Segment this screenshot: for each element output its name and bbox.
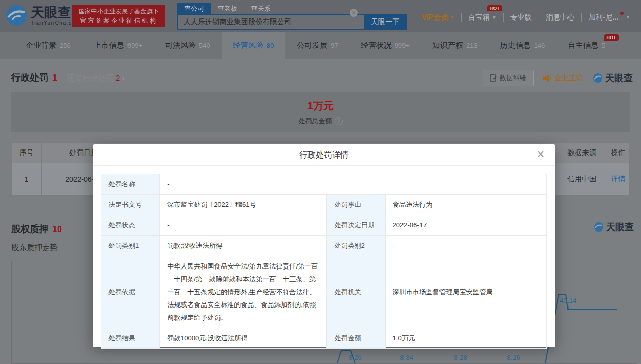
tab-经营风险[interactable]: 经营风险80 (222, 32, 285, 59)
search-button[interactable]: 天眼一下 (364, 14, 407, 30)
header-nav-item-1[interactable]: VIP会员▼ (415, 13, 461, 22)
tab-经营状况[interactable]: 经营状况999+ (350, 32, 421, 59)
detail-value: - (160, 215, 327, 236)
search-tab-3[interactable]: 查关系 (244, 3, 278, 14)
pledge-count: 10 (52, 225, 62, 234)
detail-row: 处罚名称- (101, 174, 547, 195)
penalty-table-header-cell: 操作 (607, 143, 630, 163)
tab-count: 5 (601, 42, 605, 49)
tianyancha-eye-icon (594, 222, 604, 232)
document-icon (490, 74, 497, 82)
detail-label: 处罚状态 (101, 215, 160, 236)
megaphone-icon (543, 74, 552, 82)
detail-label: 处罚类别2 (327, 236, 385, 256)
detail-value: 罚款;没收违法所得 (160, 236, 327, 256)
tianyancha-watermark-2: 天眼查 (594, 221, 634, 233)
detail-value: - (385, 236, 546, 256)
tab-count: 213 (466, 42, 478, 49)
hot-badge: HOT (604, 34, 619, 41)
tab-count: 256 (60, 42, 71, 49)
detail-row: 决定书文号深市监宝处罚〔2022〕稽61号处罚事由食品违法行为 (101, 195, 547, 215)
search-input[interactable] (177, 14, 364, 30)
detail-row: 处罚结果罚款10000元;没收违法所得处罚金额1.0万元 (101, 328, 547, 349)
chevron-down-icon: ▼ (626, 15, 630, 20)
tab-count: 97 (331, 42, 338, 49)
tianyancha-eye-icon (5, 4, 28, 27)
tab-企业背景[interactable]: 企业背景256 (14, 32, 82, 59)
tab-上市信息[interactable]: 上市信息999+ (82, 32, 154, 59)
data-correction-label: 数据纠错 (500, 73, 526, 83)
detail-label: 处罚类别1 (101, 236, 160, 256)
detail-value: 1.0万元 (385, 328, 546, 349)
penalty-detail-table: 处罚名称-决定书文号深市监宝处罚〔2022〕稽61号处罚事由食品违法行为处罚状态… (101, 174, 547, 349)
tab-历史信息[interactable]: 历史信息146 (489, 32, 557, 59)
detail-label: 处罚机关 (327, 256, 385, 328)
penalty-table-cell: 信用中国 (557, 163, 607, 196)
tab-label: 企业背景 (26, 41, 57, 50)
top-header: 天眼查 TianYanCha.com 国家中小企业发展子基金旗下 官方备案企业征… (0, 0, 641, 32)
detail-label: 处罚名称 (101, 174, 160, 195)
tab-自主信息[interactable]: 自主信息5HOT (556, 32, 616, 59)
penalty-count: 1 (52, 73, 57, 83)
header-nav-item-5[interactable]: 加利·尼...▼ (581, 13, 637, 22)
main-tabbar: 企业背景256上市信息999+司法风险540经营风险80公司发展97经营状况99… (0, 32, 641, 59)
tab-label: 司法风险 (165, 41, 196, 50)
section-tools: 数据纠错 企业主说 天眼查 (483, 70, 633, 86)
tab-count: 999+ (395, 42, 410, 49)
header-nav-label: 百宝箱 (468, 13, 490, 22)
penalty-table-header-cell: 数据来源 (557, 143, 607, 163)
clear-search-icon[interactable]: ✕ (350, 9, 358, 17)
detail-value: 食品违法行为 (385, 195, 546, 215)
owner-say-label: 企业主说 (555, 73, 583, 83)
chevron-down-icon: ▼ (450, 15, 454, 20)
tab-label: 历史信息 (500, 41, 531, 50)
header-nav-label: 加利·尼... (589, 13, 618, 22)
detail-row: 处罚类别1罚款;没收违法所得处罚类别2- (101, 236, 547, 256)
detail-row: 处罚状态-处罚决定日期2022-06-17 (101, 215, 547, 236)
detail-label: 处罚依据 (101, 256, 160, 328)
search-area: 查公司查老板查关系 ✕ 天眼一下 (177, 3, 407, 30)
penalty-table-header-cell: 序号 (12, 143, 42, 163)
tab-label: 经营状况 (361, 41, 392, 50)
detail-label: 决定书文号 (101, 195, 160, 215)
tab-公司发展[interactable]: 公司发展97 (285, 32, 349, 59)
tianyancha-logo[interactable]: 天眼查 TianYanCha.com (5, 4, 81, 27)
penalty-table-cell: 1 (12, 163, 42, 196)
watermark-label: 天眼查 (606, 221, 634, 233)
header-nav-item-3[interactable]: 专业版 (503, 13, 539, 22)
owner-say-link[interactable]: 企业主说 (543, 73, 583, 83)
detail-label: 处罚结果 (101, 328, 160, 349)
tianyancha-eye-icon (593, 73, 603, 83)
header-nav-item-4[interactable]: 消息中心 (539, 13, 581, 22)
header-nav: VIP会员▼百宝箱▼HOT专业版消息中心加利·尼...▼ (415, 13, 637, 22)
certification-badge: 国家中小企业发展子基金旗下 官方备案企业征信机构 (72, 5, 165, 27)
help-icon[interactable]: ? (335, 117, 343, 125)
header-nav-item-2[interactable]: 百宝箱▼HOT (461, 13, 503, 22)
data-correction-button[interactable]: 数据纠错 (483, 70, 534, 86)
tab-司法风险[interactable]: 司法风险540 (154, 32, 222, 59)
detail-label: 处罚事由 (327, 195, 385, 215)
history-label: 历史行政处罚 (67, 73, 114, 82)
pledge-subtitle: 股东质押走势 (11, 243, 58, 253)
tab-label: 知识产权 (432, 41, 463, 50)
detail-value: 中华人民共和国食品安全法/第九章法律责任/第一百二十四条/第二款除前款和本法第一… (160, 256, 327, 328)
tab-label: 上市信息 (94, 41, 124, 50)
header-nav-label: 消息中心 (546, 13, 575, 22)
badge-line2: 官方备案企业征信机构 (72, 16, 165, 25)
tab-知识产权[interactable]: 知识产权213 (421, 32, 489, 59)
search-tab-1[interactable]: 查公司 (177, 3, 211, 14)
detail-value: - (160, 174, 547, 195)
tab-count: 999+ (127, 42, 142, 49)
detail-label: 处罚金额 (327, 328, 385, 349)
close-icon[interactable]: ✕ (537, 149, 545, 160)
hot-badge: HOT (487, 5, 502, 11)
pledge-section-header: 股权质押 10 (11, 223, 62, 235)
penalty-summary-band: 1万元 处罚总金额 ? (11, 92, 630, 132)
history-penalty-link[interactable]: 历史行政处罚 2 › (67, 73, 125, 83)
detail-value: 2022-06-17 (385, 215, 546, 236)
header-nav-label: 专业版 (510, 13, 532, 22)
tab-label: 公司发展 (297, 41, 327, 50)
search-tab-2[interactable]: 查老板 (211, 3, 244, 14)
detail-link[interactable]: 详情 (607, 163, 630, 196)
penalty-total-amount: 1万元 (11, 99, 630, 113)
